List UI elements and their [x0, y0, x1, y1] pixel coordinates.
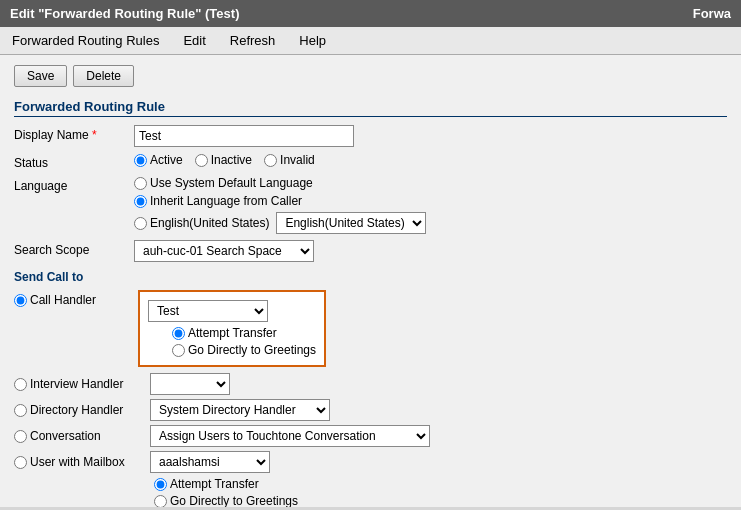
- menu-bar: Forwarded Routing Rules Edit Refresh Hel…: [0, 27, 741, 55]
- menu-help[interactable]: Help: [295, 31, 330, 50]
- directory-handler-select[interactable]: System Directory Handler: [150, 399, 330, 421]
- title-right: Forwa: [693, 6, 731, 21]
- call-handler-highlighted-box: Test Attempt Transfer Go Directly to Gre…: [138, 290, 326, 367]
- conversation-radio[interactable]: Conversation: [14, 429, 101, 443]
- status-controls: Active Inactive Invalid: [134, 153, 727, 167]
- status-row: Status Active Inactive Invalid: [14, 153, 727, 170]
- display-name-input[interactable]: [134, 125, 354, 147]
- user-mailbox-label-container: User with Mailbox: [14, 455, 144, 469]
- title-left: Edit "Forwarded Routing Rule" (Test): [10, 6, 239, 21]
- search-scope-row: Search Scope auh-cuc-01 Search Space: [14, 240, 727, 262]
- language-english-us-label: English(United States): [150, 216, 269, 230]
- status-label: Status: [14, 153, 134, 170]
- interview-handler-radio[interactable]: Interview Handler: [14, 377, 123, 391]
- other-handlers: Interview Handler Directory Handler Syst…: [14, 373, 727, 507]
- directory-handler-label: Directory Handler: [30, 403, 123, 417]
- language-label: Language: [14, 176, 134, 193]
- language-english-select[interactable]: English(United States): [276, 212, 426, 234]
- call-handler-sub-options: Attempt Transfer Go Directly to Greeting…: [172, 326, 316, 357]
- bottom-go-directly-label: Go Directly to Greetings: [170, 494, 298, 507]
- call-handler-row: Call Handler Test Attempt Transfer: [14, 290, 727, 367]
- menu-forwarded-routing-rules[interactable]: Forwarded Routing Rules: [8, 31, 163, 50]
- status-invalid[interactable]: Invalid: [264, 153, 315, 167]
- conversation-label: Conversation: [30, 429, 101, 443]
- directory-handler-radio[interactable]: Directory Handler: [14, 403, 123, 417]
- conversation-select[interactable]: Assign Users to Touchtone Conversation: [150, 425, 430, 447]
- conversation-label-container: Conversation: [14, 429, 144, 443]
- user-mailbox-select[interactable]: aaalshamsi: [150, 451, 270, 473]
- menu-edit[interactable]: Edit: [179, 31, 209, 50]
- status-inactive-label: Inactive: [211, 153, 252, 167]
- interview-handler-label-container: Interview Handler: [14, 377, 144, 391]
- call-handler-label-container: Call Handler: [14, 290, 134, 307]
- language-english-us[interactable]: English(United States) English(United St…: [134, 212, 727, 234]
- bottom-attempt-transfer-label: Attempt Transfer: [170, 477, 259, 491]
- status-inactive[interactable]: Inactive: [195, 153, 252, 167]
- language-system-default[interactable]: Use System Default Language: [134, 176, 727, 190]
- bottom-attempt-transfer-radio[interactable]: Attempt Transfer: [154, 477, 727, 491]
- interview-handler-row: Interview Handler: [14, 373, 727, 395]
- language-row: Language Use System Default Language Inh…: [14, 176, 727, 234]
- bottom-go-directly-radio[interactable]: Go Directly to Greetings: [154, 494, 727, 507]
- status-active-label: Active: [150, 153, 183, 167]
- user-mailbox-radio[interactable]: User with Mailbox: [14, 455, 125, 469]
- language-inherit-caller-label: Inherit Language from Caller: [150, 194, 302, 208]
- call-handler-label: Call Handler: [30, 293, 96, 307]
- call-handler-select[interactable]: Test: [148, 300, 268, 322]
- call-handler-select-row: Test: [148, 300, 316, 322]
- send-call-heading: Send Call to: [14, 270, 727, 284]
- call-handler-controls: Test Attempt Transfer Go Directly to Gre…: [134, 290, 727, 367]
- language-controls: Use System Default Language Inherit Lang…: [134, 176, 727, 234]
- search-scope-controls: auh-cuc-01 Search Space: [134, 240, 727, 262]
- display-name-controls: [134, 125, 727, 147]
- search-scope-select[interactable]: auh-cuc-01 Search Space: [134, 240, 314, 262]
- display-name-label: Display Name *: [14, 125, 134, 142]
- main-content: Save Delete Forwarded Routing Rule Displ…: [0, 55, 741, 507]
- status-invalid-label: Invalid: [280, 153, 315, 167]
- directory-handler-row: Directory Handler System Directory Handl…: [14, 399, 727, 421]
- attempt-transfer-label: Attempt Transfer: [188, 326, 277, 340]
- required-star: *: [92, 128, 97, 142]
- attempt-transfer-radio[interactable]: Attempt Transfer: [172, 326, 316, 340]
- send-call-section: Send Call to Call Handler Test: [14, 270, 727, 507]
- user-mailbox-label: User with Mailbox: [30, 455, 125, 469]
- go-directly-greetings-radio[interactable]: Go Directly to Greetings: [172, 343, 316, 357]
- section-heading: Forwarded Routing Rule: [14, 99, 727, 117]
- menu-refresh[interactable]: Refresh: [226, 31, 280, 50]
- status-active[interactable]: Active: [134, 153, 183, 167]
- toolbar: Save Delete: [14, 65, 727, 87]
- title-bar: Edit "Forwarded Routing Rule" (Test) For…: [0, 0, 741, 27]
- conversation-row: Conversation Assign Users to Touchtone C…: [14, 425, 727, 447]
- language-system-default-label: Use System Default Language: [150, 176, 313, 190]
- directory-handler-label-container: Directory Handler: [14, 403, 144, 417]
- display-name-row: Display Name *: [14, 125, 727, 147]
- call-handler-radio[interactable]: Call Handler: [14, 293, 134, 307]
- go-directly-greetings-label: Go Directly to Greetings: [188, 343, 316, 357]
- interview-handler-select[interactable]: [150, 373, 230, 395]
- bottom-sub-options: Attempt Transfer Go Directly to Greeting…: [154, 477, 727, 507]
- language-inherit-caller[interactable]: Inherit Language from Caller: [134, 194, 727, 208]
- search-scope-label: Search Scope: [14, 240, 134, 257]
- user-mailbox-row: User with Mailbox aaalshamsi: [14, 451, 727, 473]
- delete-button[interactable]: Delete: [73, 65, 134, 87]
- interview-handler-label: Interview Handler: [30, 377, 123, 391]
- save-button[interactable]: Save: [14, 65, 67, 87]
